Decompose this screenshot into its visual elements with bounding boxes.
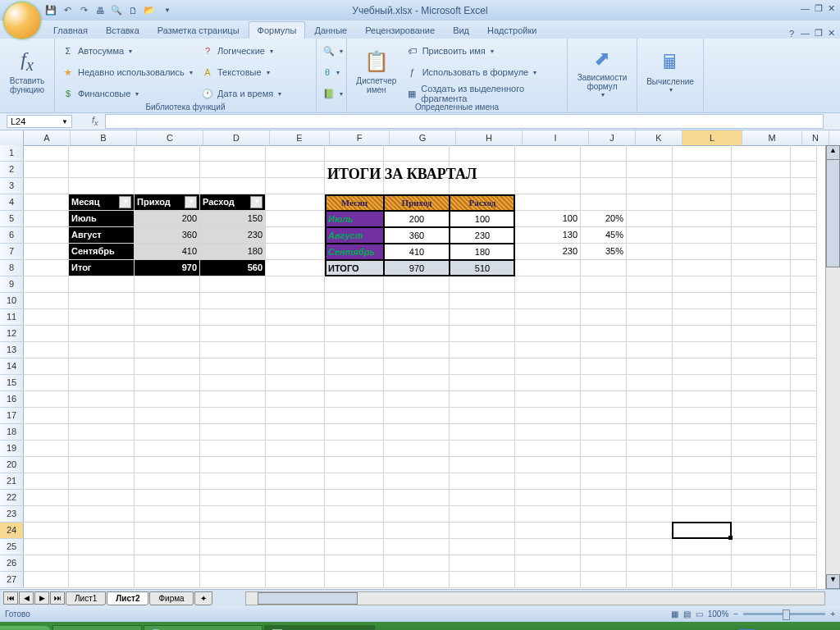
cell[interactable] — [450, 408, 515, 424]
undo-icon[interactable]: ↶ — [61, 4, 74, 17]
define-name-button[interactable]: 🏷Присвоить имя▾ — [403, 40, 564, 62]
cell[interactable] — [23, 260, 69, 276]
cell[interactable] — [791, 211, 817, 227]
cell[interactable] — [23, 539, 69, 555]
cell[interactable] — [627, 408, 673, 424]
cell[interactable] — [325, 293, 384, 309]
cell[interactable] — [384, 145, 450, 162]
cell[interactable] — [384, 326, 450, 342]
cell[interactable] — [581, 572, 627, 588]
cell[interactable] — [23, 227, 69, 244]
cell[interactable] — [627, 211, 673, 227]
cell[interactable] — [325, 391, 384, 408]
cell[interactable] — [200, 555, 266, 572]
data-cell[interactable]: Приход — [384, 194, 450, 211]
zoom-slider[interactable] — [743, 613, 825, 615]
cell[interactable] — [69, 441, 135, 457]
col-header[interactable]: J — [589, 130, 636, 145]
data-cell[interactable]: Июль — [69, 211, 135, 227]
cell[interactable] — [325, 506, 384, 523]
cell[interactable] — [135, 523, 200, 539]
cell[interactable] — [732, 457, 791, 473]
name-manager-button[interactable]: 📋 Диспетчер имен — [350, 40, 403, 103]
cell[interactable] — [673, 162, 732, 178]
cell[interactable] — [791, 342, 817, 358]
cell[interactable] — [791, 194, 817, 211]
ribbon-tab-2[interactable]: Разметка страницы — [148, 21, 249, 39]
qat-more-icon[interactable]: ▼ — [161, 4, 174, 17]
cell[interactable] — [325, 572, 384, 588]
cell[interactable] — [69, 473, 135, 490]
cell[interactable] — [673, 424, 732, 441]
cell[interactable] — [23, 178, 69, 194]
cell[interactable] — [732, 572, 791, 588]
cell[interactable] — [23, 358, 69, 375]
cell[interactable] — [23, 424, 69, 441]
close-icon[interactable]: ✕ — [828, 3, 835, 14]
data-cell[interactable]: 180 — [200, 244, 266, 260]
cell[interactable] — [732, 260, 791, 276]
cell[interactable] — [732, 391, 791, 408]
cell[interactable] — [791, 244, 817, 260]
data-cell[interactable]: 100 — [515, 211, 581, 227]
cell[interactable] — [732, 539, 791, 555]
cell[interactable] — [732, 293, 791, 309]
cell[interactable] — [627, 260, 673, 276]
cell[interactable] — [266, 276, 325, 293]
cell[interactable] — [23, 244, 69, 260]
cell[interactable] — [732, 358, 791, 375]
new-icon[interactable]: 🗋 — [126, 4, 139, 17]
cell[interactable] — [266, 375, 325, 391]
data-cell[interactable]: 35% — [581, 244, 627, 260]
cell[interactable] — [791, 358, 817, 375]
row-header[interactable]: 18 — [0, 424, 23, 441]
cell[interactable] — [266, 145, 325, 162]
cell[interactable] — [23, 506, 69, 523]
cell[interactable] — [200, 309, 266, 326]
data-cell[interactable]: Июль — [325, 211, 384, 227]
cell[interactable] — [581, 293, 627, 309]
cell[interactable] — [450, 473, 515, 490]
cell[interactable] — [515, 342, 581, 358]
cell[interactable] — [384, 408, 450, 424]
data-cell[interactable]: 200 — [135, 211, 200, 227]
cell[interactable] — [266, 227, 325, 244]
cell[interactable] — [732, 506, 791, 523]
cell[interactable] — [135, 572, 200, 588]
row-header[interactable]: 22 — [0, 490, 23, 506]
cell[interactable] — [69, 408, 135, 424]
cell[interactable] — [515, 539, 581, 555]
cell[interactable] — [69, 506, 135, 523]
minimize-icon[interactable]: — — [801, 3, 810, 14]
col-header[interactable]: B — [71, 130, 137, 145]
col-header[interactable]: I — [523, 130, 589, 145]
cell[interactable] — [581, 342, 627, 358]
cell[interactable] — [627, 506, 673, 523]
cell[interactable] — [135, 457, 200, 473]
col-header[interactable]: C — [137, 130, 203, 145]
cell[interactable] — [627, 555, 673, 572]
cell[interactable] — [266, 178, 325, 194]
cell[interactable] — [23, 293, 69, 309]
cell[interactable] — [200, 145, 266, 162]
data-cell[interactable]: 360 — [384, 227, 450, 244]
ribbon-tab-6[interactable]: Вид — [444, 21, 478, 39]
cell[interactable] — [384, 276, 450, 293]
cell[interactable] — [325, 276, 384, 293]
data-cell[interactable]: 560 — [200, 260, 266, 276]
cell[interactable] — [325, 441, 384, 457]
cell[interactable] — [515, 145, 581, 162]
cell[interactable] — [135, 293, 200, 309]
cell[interactable] — [673, 523, 732, 539]
data-cell[interactable]: 20% — [581, 211, 627, 227]
cell[interactable] — [266, 391, 325, 408]
cell[interactable] — [69, 457, 135, 473]
recent-button[interactable]: ★Недавно использовались▾ — [58, 62, 198, 83]
cell[interactable] — [732, 342, 791, 358]
cell[interactable] — [135, 441, 200, 457]
cell[interactable] — [200, 424, 266, 441]
cell[interactable] — [450, 293, 515, 309]
cell[interactable] — [325, 424, 384, 441]
cell[interactable] — [384, 572, 450, 588]
cell[interactable] — [581, 424, 627, 441]
